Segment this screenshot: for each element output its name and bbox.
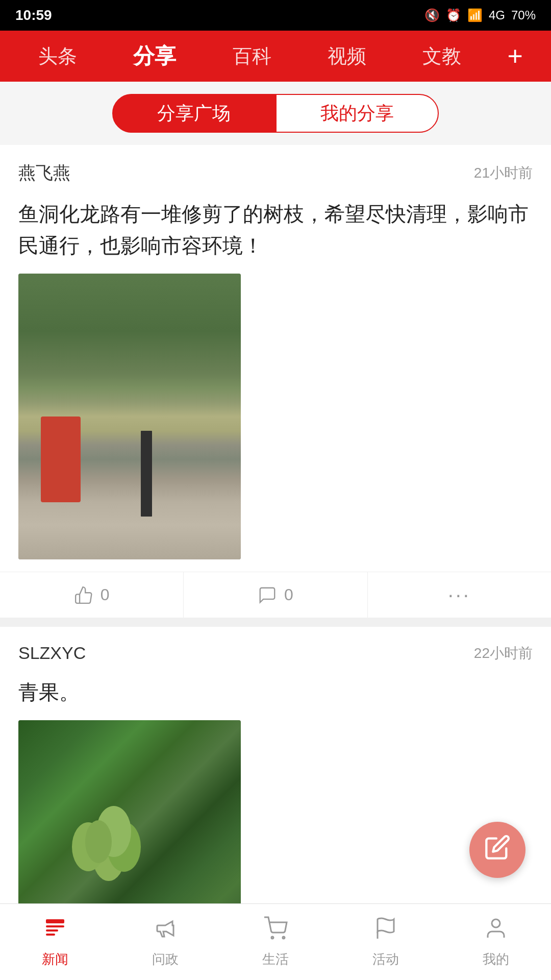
huodong-label: 活动 xyxy=(372,950,399,968)
more-button[interactable]: ··· xyxy=(367,572,551,618)
tab-my-share[interactable]: 我的分享 xyxy=(276,94,439,133)
svg-rect-3 xyxy=(46,934,55,936)
mute-icon: 🔇 xyxy=(424,8,440,22)
nav-fenxiang[interactable]: 分享 xyxy=(123,37,186,76)
post-time: 22小时前 xyxy=(474,644,533,663)
bottom-nav-news[interactable]: 新闻 xyxy=(9,916,101,968)
svg-point-4 xyxy=(271,937,273,939)
status-icons: 🔇 ⏰ 📶 4G 70% xyxy=(424,8,536,22)
post-card: 燕飞燕 21小时前 鱼洞化龙路有一堆修剪了的树枝，希望尽快清理，影响市民通行，也… xyxy=(0,145,551,618)
post-header: 燕飞燕 21小时前 xyxy=(0,145,551,193)
action-bar: 0 0 ··· xyxy=(0,572,551,618)
bottom-nav-wenzheng[interactable]: 问政 xyxy=(119,916,211,968)
status-time: 10:59 xyxy=(15,7,52,23)
like-count: 0 xyxy=(101,585,110,604)
post-image xyxy=(18,274,241,559)
thumb-icon xyxy=(74,585,93,605)
post-text: 鱼洞化龙路有一堆修剪了的树枝，希望尽快清理，影响市民通行，也影响市容环境！ xyxy=(0,193,551,274)
flag-icon xyxy=(373,916,398,946)
news-icon xyxy=(43,916,67,946)
bottom-nav-huodong[interactable]: 活动 xyxy=(340,916,432,968)
megaphone-icon xyxy=(153,916,178,946)
wode-label: 我的 xyxy=(483,950,509,968)
nav-toutiao[interactable]: 头条 xyxy=(28,38,87,75)
nav-shipin[interactable]: 视频 xyxy=(317,38,377,75)
comment-icon xyxy=(258,585,277,605)
post-text: 青果。 xyxy=(0,671,551,720)
svg-rect-1 xyxy=(46,925,64,927)
bottom-nav-wode[interactable]: 我的 xyxy=(450,916,542,968)
post-username: 燕飞燕 xyxy=(18,161,70,185)
comment-button[interactable]: 0 xyxy=(183,572,367,618)
svg-rect-2 xyxy=(46,929,58,932)
compose-fab[interactable] xyxy=(469,822,525,878)
bottom-nav-shenghuo[interactable]: 生活 xyxy=(230,916,321,968)
wifi-icon: 📶 xyxy=(467,8,483,22)
svg-point-5 xyxy=(283,937,285,939)
comment-count: 0 xyxy=(284,585,293,604)
alarm-icon: ⏰ xyxy=(446,8,461,22)
post-image-street xyxy=(18,274,241,559)
nav-baike[interactable]: 百科 xyxy=(222,38,282,75)
svg-rect-0 xyxy=(46,919,64,923)
status-bar: 10:59 🔇 ⏰ 📶 4G 70% xyxy=(0,0,551,31)
svg-point-7 xyxy=(492,919,500,927)
news-label: 新闻 xyxy=(42,950,68,968)
more-dots: ··· xyxy=(448,583,471,606)
content-area: 燕飞燕 21小时前 鱼洞化龙路有一堆修剪了的树枝，希望尽快清理，影响市民通行，也… xyxy=(0,145,551,980)
cart-icon xyxy=(263,916,288,946)
compose-icon xyxy=(484,834,511,866)
tab-switch: 分享广场 我的分享 xyxy=(0,82,551,145)
tab-share-plaza[interactable]: 分享广场 xyxy=(112,94,276,133)
like-button[interactable]: 0 xyxy=(0,572,183,618)
battery-label: 70% xyxy=(511,8,536,22)
nav-plus[interactable]: + xyxy=(507,41,522,71)
user-icon xyxy=(484,916,508,946)
signal-icon: 4G xyxy=(489,8,505,22)
post-username: SLZXYC xyxy=(18,643,86,663)
wenzheng-label: 问政 xyxy=(152,950,179,968)
post-time: 21小时前 xyxy=(474,163,533,183)
bottom-nav: 新闻 问政 生活 活动 xyxy=(0,903,551,980)
post-header: SLZXYC 22小时前 xyxy=(0,627,551,671)
shenghuo-label: 生活 xyxy=(262,950,289,968)
nav-wenjiao[interactable]: 文教 xyxy=(412,38,471,75)
top-nav: 头条 分享 百科 视频 文教 + xyxy=(0,31,551,82)
